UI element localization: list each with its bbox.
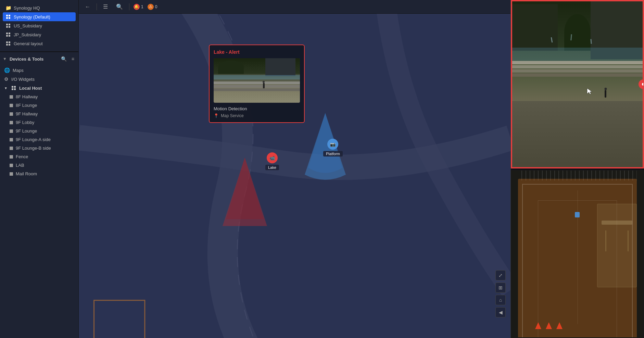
device-item-label: Local Host <box>19 86 42 91</box>
back-map-icon: ◀ <box>499 310 503 315</box>
warning-icon: ⚠ <box>148 4 154 10</box>
sidebar-item-io-widgets[interactable]: ⚙ I/O Widgets <box>0 75 78 84</box>
mouse-cursor-icon <box>586 88 593 95</box>
sidebar-item-synology-hq[interactable]: 📁 Synology HQ <box>3 3 76 12</box>
platform-camera-node[interactable]: 📷 Platform <box>323 139 343 157</box>
sidebar-item-label: Synology (Default) <box>14 14 50 20</box>
blue-object <box>575 212 580 217</box>
toolbar-divider-1 <box>97 3 97 10</box>
home-icon: ⌂ <box>499 297 502 303</box>
grid-small-icon <box>10 95 13 99</box>
search-devices-button[interactable]: 🔍 <box>60 55 68 62</box>
svg-marker-2 <box>226 158 264 219</box>
device-item-label: Fence <box>16 154 28 159</box>
video-camera-icon: 📹 <box>269 155 275 161</box>
device-item-label: 8F Lounge <box>16 103 37 108</box>
device-item-label: 9F Lounge <box>16 128 37 134</box>
menu-icon: ☰ <box>103 3 108 10</box>
device-item-label: I/O Widgets <box>11 77 35 82</box>
fit-view-button[interactable]: ⊞ <box>495 283 506 293</box>
device-item-label: 9F Lobby <box>16 120 34 125</box>
grid-small-icon <box>10 164 13 167</box>
grid-small-icon <box>10 112 13 116</box>
svg-rect-0 <box>94 300 145 338</box>
live-inner-dot <box>642 83 644 86</box>
cursor-area <box>586 88 593 96</box>
sidebar-item-label: US_Subsidary <box>14 23 42 28</box>
grid-small-icon <box>10 155 13 159</box>
top-toolbar: ← ☰ 🔍 🔔 1 ⚠ 0 <box>79 0 510 14</box>
sidebar-item-8f-hallway[interactable]: 8F Hallway <box>0 92 78 101</box>
device-item-label: 8F Hallway <box>16 94 38 99</box>
grid-icon <box>5 41 11 46</box>
location-pin-icon: 📍 <box>214 113 219 118</box>
search-icon: 🔍 <box>116 3 123 10</box>
grid-small-icon <box>10 138 13 141</box>
grid-small-icon <box>10 121 13 124</box>
grid-small-icon <box>10 147 13 150</box>
search-button[interactable]: 🔍 <box>114 3 125 11</box>
alert-location: 📍 Map Service <box>214 113 300 118</box>
map-controls: ⤢ ⊞ ⌂ ◀ <box>495 270 506 317</box>
sidebar-item-maps[interactable]: 🌐 Maps <box>0 66 78 75</box>
gear-icon: ⚙ <box>4 76 9 82</box>
globe-icon: 🌐 <box>4 67 10 73</box>
grid-icon <box>5 23 11 28</box>
right-panel <box>510 0 644 338</box>
sidebar-item-9f-lounge-b[interactable]: 9F Lounge-B side <box>0 144 78 152</box>
site-list: 📁 Synology HQ Synology (Default) US_Subs… <box>0 0 78 52</box>
devices-tools-title: Devices & Tools <box>10 57 58 62</box>
alert-motion-type: Motion Detection <box>214 106 300 111</box>
fullscreen-button[interactable]: ⤢ <box>495 270 506 280</box>
home-button[interactable]: ⌂ <box>495 295 506 305</box>
svg-marker-3 <box>587 88 592 94</box>
sidebar-item-fence[interactable]: Fence <box>0 152 78 161</box>
devices-tools-section: ▼ Devices & Tools 🔍 ≡ 🌐 Maps ⚙ I/O Widge… <box>0 52 78 338</box>
grid-small-icon <box>10 104 13 107</box>
sidebar-item-jp-subsidiary[interactable]: JP_Subsidary <box>3 30 76 39</box>
chevron-down-icon: ▼ <box>3 57 7 61</box>
main-content: ← ☰ 🔍 🔔 1 ⚠ 0 <box>79 0 510 338</box>
alert-camera-image <box>214 58 300 103</box>
menu-button[interactable]: ☰ <box>101 3 110 11</box>
sidebar-item-mail-room[interactable]: Mail Room <box>0 170 78 178</box>
lake-camera-dot[interactable]: 📹 <box>267 152 278 163</box>
alert-popup: Lake - Alert <box>209 45 305 123</box>
sort-devices-button[interactable]: ≡ <box>70 55 76 62</box>
device-item-label: Mail Room <box>16 171 37 176</box>
sidebar-item-us-subsidiary[interactable]: US_Subsidary <box>3 21 76 30</box>
grid-icon <box>5 14 11 20</box>
live-indicator <box>639 79 644 89</box>
sidebar-item-9f-lobby[interactable]: 9F Lobby <box>0 118 78 127</box>
lake-camera-node[interactable]: 📹 Lake <box>265 152 279 170</box>
live-dot <box>639 79 644 89</box>
fit-icon: ⊞ <box>498 285 503 290</box>
sidebar-item-9f-lounge[interactable]: 9F Lounge <box>0 127 78 135</box>
top-feed-scene <box>512 1 643 168</box>
alert-title: Lake - Alert <box>214 49 300 55</box>
sidebar-item-synology-default[interactable]: Synology (Default) <box>3 12 76 21</box>
toolbar-divider-2 <box>129 3 129 10</box>
grid-small-icon <box>10 129 13 133</box>
sidebar-item-general-layout[interactable]: General layout <box>3 39 76 48</box>
back-map-button[interactable]: ◀ <box>495 307 506 317</box>
sidebar-item-lab[interactable]: LAB <box>0 161 78 170</box>
bottom-camera-feed <box>511 170 644 338</box>
sidebar-item-local-host[interactable]: ▼ Local Host <box>0 84 78 92</box>
map-area[interactable]: Lake - Alert <box>79 14 510 338</box>
device-item-label: 9F Hallway <box>16 111 38 116</box>
sidebar-item-9f-hallway[interactable]: 9F Hallway <box>0 110 78 118</box>
video-camera-icon: 📷 <box>330 142 336 147</box>
sidebar-item-8f-lounge[interactable]: 8F Lounge <box>0 101 78 110</box>
warning-badge: ⚠ 0 <box>148 4 157 10</box>
devices-tools-actions: 🔍 ≡ <box>60 55 76 62</box>
back-button[interactable]: ← <box>83 3 92 11</box>
sidebar-item-9f-lounge-a[interactable]: 9F Lounge-A side <box>0 135 78 144</box>
platform-camera-dot[interactable]: 📷 <box>327 139 338 150</box>
device-item-label: Maps <box>13 68 24 73</box>
expand-arrow-icon: ▼ <box>4 86 8 90</box>
warning-count: 0 <box>155 4 157 9</box>
alert-location-text: Map Service <box>221 113 244 118</box>
device-item-label: 9F Lounge-B side <box>16 146 51 151</box>
lake-camera-label: Lake <box>265 165 279 170</box>
